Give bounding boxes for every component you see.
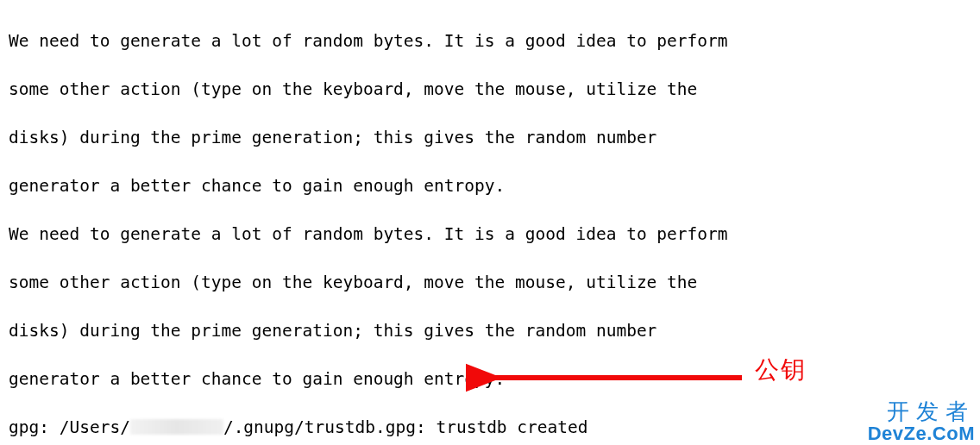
text: gpg: /Users/ bbox=[9, 417, 130, 437]
output-line: some other action (type on the keyboard,… bbox=[9, 271, 973, 295]
output-line: generator a better chance to gain enough… bbox=[9, 174, 973, 198]
output-line: some other action (type on the keyboard,… bbox=[9, 78, 973, 102]
output-line: We need to generate a lot of random byte… bbox=[9, 29, 973, 53]
output-line: disks) during the prime generation; this… bbox=[9, 126, 973, 150]
watermark: 开发者 DevZe.CoM bbox=[868, 400, 975, 443]
redacted-username bbox=[130, 419, 223, 435]
watermark-en: DevZe.CoM bbox=[868, 423, 975, 443]
output-line: gpg: /Users//.gnupg/trustdb.gpg: trustdb… bbox=[9, 416, 973, 440]
output-line: We need to generate a lot of random byte… bbox=[9, 222, 973, 247]
annotation-label: 公钥 bbox=[755, 354, 807, 386]
output-line: generator a better chance to gain enough… bbox=[9, 367, 973, 392]
terminal-output: We need to generate a lot of random byte… bbox=[0, 0, 980, 445]
text: /.gnupg/trustdb.gpg: trustdb created bbox=[223, 417, 588, 437]
watermark-cn: 开发者 bbox=[868, 400, 975, 423]
output-line: disks) during the prime generation; this… bbox=[9, 319, 973, 343]
